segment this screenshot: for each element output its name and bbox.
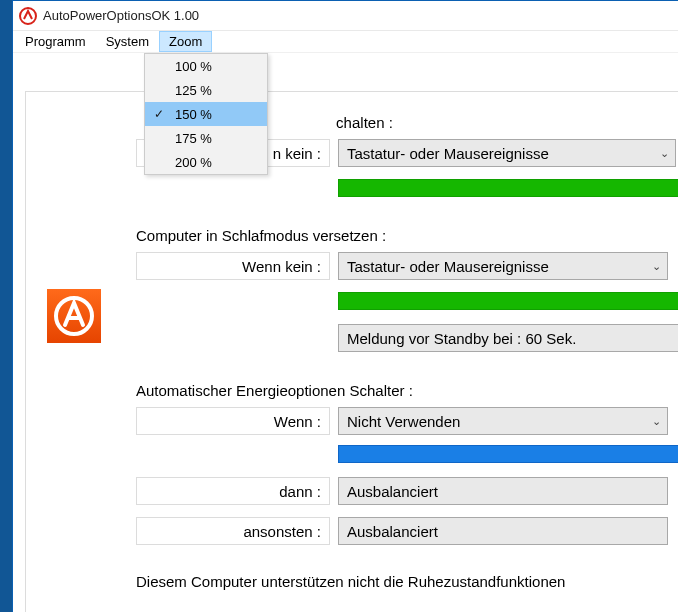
section3-else-row: ansonsten : Ausbalanciert [136, 517, 678, 545]
zoom-option-label: 150 % [173, 107, 267, 122]
section2-when-label: Wenn kein : [136, 252, 330, 280]
chevron-down-icon: ⌄ [652, 260, 661, 273]
section1-title-text: chalten : [336, 114, 393, 131]
section2-progress [338, 292, 678, 310]
zoom-option-label: 200 % [173, 155, 267, 170]
zoom-option-100[interactable]: 100 % [145, 54, 267, 78]
section3-else-combo[interactable]: Ausbalanciert [338, 517, 668, 545]
menu-label: Zoom [169, 34, 202, 49]
label-text: Wenn kein : [242, 258, 321, 275]
section2-row: Wenn kein : Tastatur- oder Mausereigniss… [136, 252, 678, 280]
app-logo [47, 289, 101, 343]
menubar: Programm System Zoom [13, 31, 678, 53]
zoom-option-175[interactable]: 175 % [145, 126, 267, 150]
section3-when-row: Wenn : Nicht Verwenden ⌄ 1 [136, 407, 678, 435]
footer-message: Diesem Computer unterstützen nicht die R… [136, 573, 678, 590]
menu-label: System [106, 34, 149, 49]
menu-label: Programm [25, 34, 86, 49]
zoom-option-label: 125 % [173, 83, 267, 98]
combo-value: Tastatur- oder Mausereignisse [347, 258, 549, 275]
section2-message: Meldung vor Standby bei : 60 Sek. [338, 324, 678, 352]
combo-value: Ausbalanciert [347, 483, 438, 500]
section3-then-combo[interactable]: Ausbalanciert [338, 477, 668, 505]
check-icon: ✓ [145, 107, 173, 121]
app-icon [19, 7, 37, 25]
chevron-down-icon: ⌄ [660, 147, 669, 160]
window-title: AutoPowerOptionsOK 1.00 [43, 8, 199, 23]
zoom-option-label: 100 % [173, 59, 267, 74]
zoom-dropdown: 100 % 125 % ✓150 % 175 % 200 % [144, 53, 268, 175]
menu-programm[interactable]: Programm [15, 31, 96, 52]
zoom-option-150[interactable]: ✓150 % [145, 102, 267, 126]
app-window: AutoPowerOptionsOK 1.00 Programm System … [12, 0, 678, 612]
section3-else-label: ansonsten : [136, 517, 330, 545]
section2-title: Computer in Schlafmodus versetzen : [136, 227, 678, 244]
menu-zoom[interactable]: Zoom [159, 31, 212, 52]
zoom-option-125[interactable]: 125 % [145, 78, 267, 102]
section3-then-row: dann : Ausbalanciert [136, 477, 678, 505]
section1-progress [338, 179, 678, 197]
section3-title: Automatischer Energieoptionen Schalter : [136, 382, 678, 399]
section3-progress [338, 445, 678, 463]
label-text: dann : [279, 483, 321, 500]
section1-event-combo[interactable]: Tastatur- oder Mausereignisse ⌄ [338, 139, 676, 167]
message-text: Meldung vor Standby bei : 60 Sek. [347, 330, 576, 347]
label-text: Wenn : [274, 413, 321, 430]
section3-when-label: Wenn : [136, 407, 330, 435]
label-text: n kein : [273, 145, 321, 162]
menu-system[interactable]: System [96, 31, 159, 52]
settings-group: XXXXXXXXXXXXXXXXXXXXchalten : n kein : T… [25, 91, 678, 612]
zoom-option-label: 175 % [173, 131, 267, 146]
content-area: XXXXXXXXXXXXXXXXXXXXchalten : n kein : T… [13, 53, 678, 612]
combo-value: Tastatur- oder Mausereignisse [347, 145, 549, 162]
desktop-background: AutoPowerOptionsOK 1.00 Programm System … [0, 0, 678, 612]
label-text: ansonsten : [243, 523, 321, 540]
combo-value: Ausbalanciert [347, 523, 438, 540]
chevron-down-icon: ⌄ [652, 415, 661, 428]
titlebar: AutoPowerOptionsOK 1.00 [13, 1, 678, 31]
section3-then-label: dann : [136, 477, 330, 505]
section3-when-combo[interactable]: Nicht Verwenden ⌄ [338, 407, 668, 435]
combo-value: Nicht Verwenden [347, 413, 460, 430]
zoom-option-200[interactable]: 200 % [145, 150, 267, 174]
section2-event-combo[interactable]: Tastatur- oder Mausereignisse ⌄ [338, 252, 668, 280]
